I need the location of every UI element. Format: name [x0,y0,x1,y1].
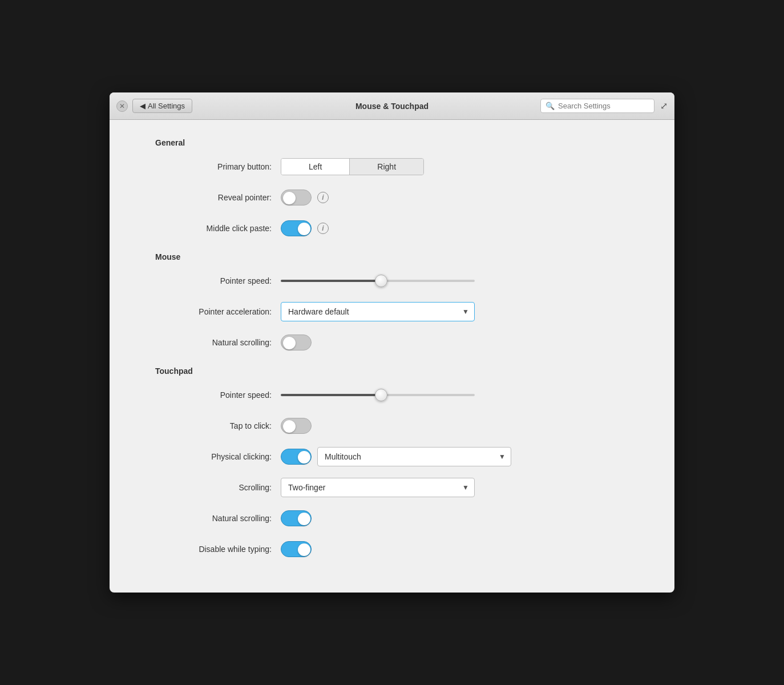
reveal-pointer-info-icon[interactable]: i [317,192,329,203]
physical-clicking-row: Physical clicking: Multitouch Single Dis… [155,446,629,467]
mouse-pointer-speed-row: Pointer speed: [155,271,629,291]
middle-click-paste-row: Middle click paste: i [155,218,629,239]
primary-button-toggle: Left Right [281,158,424,175]
mouse-natural-scrolling-controls [281,335,312,350]
touchpad-pointer-speed-slider-container [281,394,475,396]
tap-to-click-row: Tap to click: [155,416,629,436]
disable-while-typing-controls [281,541,312,557]
scrolling-controls: Two-finger Edge Disabled ▼ [281,478,475,497]
main-window: ✕ ◀ All Settings Mouse & Touchpad 🔍 ⤢ Ge… [110,92,674,593]
reveal-pointer-toggle[interactable] [281,190,312,206]
mouse-section-title: Mouse [155,252,629,261]
reveal-pointer-label: Reveal pointer: [155,193,281,202]
mouse-pointer-speed-slider-container [281,280,475,282]
pointer-acceleration-select[interactable]: Hardware default Adaptive Flat [281,302,475,321]
pointer-acceleration-label: Pointer acceleration: [155,307,281,316]
physical-clicking-toggle[interactable] [281,449,312,465]
primary-button-controls: Left Right [281,158,424,175]
scrolling-dropdown: Two-finger Edge Disabled ▼ [281,478,475,497]
mouse-natural-scrolling-label: Natural scrolling: [155,338,281,347]
physical-clicking-select[interactable]: Multitouch Single Disabled [317,447,511,466]
touchpad-pointer-speed-row: Pointer speed: [155,385,629,405]
touchpad-natural-scrolling-label: Natural scrolling: [155,514,281,523]
middle-click-paste-toggle[interactable] [281,220,312,236]
physical-clicking-dropdown: Multitouch Single Disabled ▼ [317,447,511,466]
disable-while-typing-label: Disable while typing: [155,545,281,554]
settings-content: General Primary button: Left Right Revea… [110,120,674,593]
middle-click-paste-label: Middle click paste: [155,224,281,233]
reveal-pointer-controls: i [281,190,329,206]
mouse-pointer-speed-label: Pointer speed: [155,276,281,285]
middle-click-paste-info-icon[interactable]: i [317,223,329,234]
touchpad-natural-scrolling-toggle[interactable] [281,510,312,526]
mouse-natural-scrolling-row: Natural scrolling: [155,332,629,353]
tap-to-click-toggle[interactable] [281,418,312,434]
scrolling-row: Scrolling: Two-finger Edge Disabled ▼ [155,477,629,498]
back-arrow-icon: ◀ [140,102,146,110]
window-title: Mouse & Touchpad [355,102,429,111]
search-bar: 🔍 [540,99,654,113]
back-button[interactable]: ◀ All Settings [132,99,192,113]
primary-button-row: Primary button: Left Right [155,156,629,177]
touchpad-section-title: Touchpad [155,366,629,376]
touchpad-pointer-speed-label: Pointer speed: [155,390,281,400]
physical-clicking-controls: Multitouch Single Disabled ▼ [281,447,511,466]
close-button[interactable]: ✕ [116,100,128,112]
mouse-natural-scrolling-toggle[interactable] [281,335,312,350]
primary-button-right[interactable]: Right [350,159,423,175]
touchpad-natural-scrolling-controls [281,510,312,526]
physical-clicking-label: Physical clicking: [155,452,281,461]
disable-while-typing-toggle[interactable] [281,541,312,557]
search-input[interactable] [558,102,649,110]
touchpad-pointer-speed-slider[interactable] [281,394,475,396]
mouse-pointer-speed-slider[interactable] [281,280,475,282]
touchpad-pointer-speed-controls [281,394,475,396]
tap-to-click-controls [281,418,312,434]
general-section-title: General [155,138,629,147]
primary-button-left[interactable]: Left [281,159,350,175]
pointer-acceleration-controls: Hardware default Adaptive Flat ▼ [281,302,475,321]
pointer-acceleration-dropdown: Hardware default Adaptive Flat ▼ [281,302,475,321]
expand-icon: ⤢ [660,101,668,111]
middle-click-paste-controls: i [281,220,329,236]
mouse-pointer-speed-controls [281,280,475,282]
expand-button[interactable]: ⤢ [660,100,668,111]
close-icon: ✕ [119,102,125,110]
tap-to-click-label: Tap to click: [155,421,281,430]
disable-while-typing-row: Disable while typing: [155,539,629,559]
reveal-pointer-row: Reveal pointer: i [155,187,629,208]
touchpad-natural-scrolling-row: Natural scrolling: [155,508,629,529]
scrolling-label: Scrolling: [155,483,281,492]
titlebar: ✕ ◀ All Settings Mouse & Touchpad 🔍 ⤢ [110,92,674,120]
scrolling-select[interactable]: Two-finger Edge Disabled [281,478,475,497]
search-icon: 🔍 [545,102,555,110]
primary-button-label: Primary button: [155,162,281,171]
pointer-acceleration-row: Pointer acceleration: Hardware default A… [155,301,629,322]
